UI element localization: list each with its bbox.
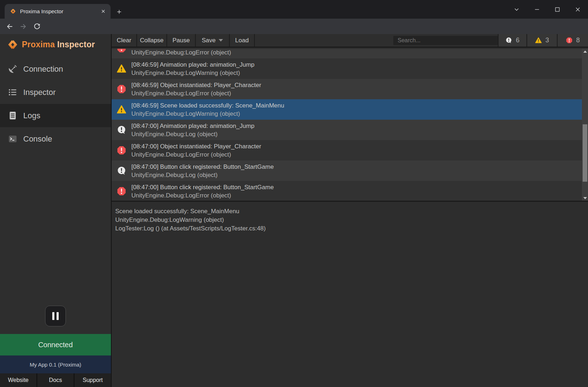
log-row[interactable]: [08:47:00] Button click registered: Butt… xyxy=(112,181,582,201)
sidebar-footer: Website Docs Support xyxy=(0,373,111,387)
scrollbar-thumb[interactable] xyxy=(583,124,587,182)
warning-icon xyxy=(535,37,542,44)
log-row[interactable]: [08:47:00] Animation played: animation_J… xyxy=(112,120,582,140)
log-list: [08:46:59] Scene loaded successfully: Sc… xyxy=(112,49,582,201)
list-icon xyxy=(8,87,18,97)
reload-icon[interactable] xyxy=(30,20,44,33)
document-icon xyxy=(8,111,18,120)
sidebar-item-label: Logs xyxy=(23,111,40,120)
log-row[interactable]: [08:47:00] Object instantiated: Player_C… xyxy=(112,140,582,161)
sidebar-item-connection[interactable]: Connection xyxy=(0,57,111,81)
pause-stream-button[interactable] xyxy=(45,306,66,326)
connection-status: Connected xyxy=(0,334,111,355)
docs-link[interactable]: Docs xyxy=(37,373,74,387)
pause-icon xyxy=(52,312,54,320)
detail-message: Scene loaded successfully: Scene_MainMen… xyxy=(115,207,584,216)
app-logo: Proxima Inspector xyxy=(7,39,95,50)
log-stack: UnityEngine.Debug:Log (object) xyxy=(131,171,274,179)
scroll-up-icon[interactable] xyxy=(582,49,588,54)
back-icon[interactable] xyxy=(3,20,16,33)
collapse-button[interactable]: Collapse xyxy=(137,34,167,47)
error-icon xyxy=(117,49,126,53)
log-row[interactable]: [08:46:59] Object instantiated: Player_C… xyxy=(112,79,582,99)
log-message: [08:46:59] Scene loaded successfully: Sc… xyxy=(131,101,284,110)
proxima-logo-icon xyxy=(7,39,18,50)
close-window-icon[interactable] xyxy=(568,0,588,19)
error-icon xyxy=(117,84,126,94)
error-count: 8 xyxy=(576,37,580,44)
app-info: My App 0.1 (Proxima) xyxy=(0,355,111,373)
sidebar-item-label: Console xyxy=(23,134,52,144)
info-count-filter[interactable]: 6 xyxy=(498,34,526,47)
terminal-icon xyxy=(8,134,18,144)
log-message: [08:47:00] Button click registered: Butt… xyxy=(131,163,274,171)
log-toolbar: Clear Collapse Pause Save Load 6 xyxy=(112,34,588,48)
log-stack: UnityEngine.Debug:LogError (object) xyxy=(131,49,284,57)
satellite-icon xyxy=(8,64,18,74)
website-link[interactable]: Website xyxy=(0,373,37,387)
log-stack: UnityEngine.Debug:LogWarning (object) xyxy=(131,110,284,118)
sidebar-item-console[interactable]: Console xyxy=(0,127,111,150)
error-icon xyxy=(566,37,573,44)
info-icon xyxy=(117,125,126,135)
sidebar-nav: Connection Inspector Logs xyxy=(0,57,111,150)
sidebar: Proxima Inspector Connection xyxy=(0,34,111,387)
warning-count: 3 xyxy=(545,37,549,44)
sidebar-item-label: Inspector xyxy=(23,88,56,97)
scroll-down-icon[interactable] xyxy=(582,195,588,201)
browser-toolbar: Not secure https://10.0.0.216:7759/logs xyxy=(0,19,588,34)
clear-button[interactable]: Clear xyxy=(112,34,137,47)
log-stack: UnityEngine.Debug:LogWarning (object) xyxy=(131,69,254,77)
search-input[interactable] xyxy=(393,36,498,45)
detail-source: LogTester:Log () (at Assets/TestScripts/… xyxy=(115,224,584,233)
maximize-icon[interactable] xyxy=(547,0,568,19)
log-message: [08:46:59] Object instantiated: Player_C… xyxy=(131,81,261,89)
pause-button[interactable]: Pause xyxy=(167,34,196,47)
tab-title: Proxima Inspector xyxy=(20,8,99,14)
forward-icon[interactable] xyxy=(16,20,30,33)
proxima-favicon-icon xyxy=(10,8,16,14)
log-scrollbar[interactable] xyxy=(582,49,588,201)
minimize-icon[interactable] xyxy=(527,0,547,19)
new-tab-icon[interactable] xyxy=(114,6,125,17)
save-dropdown-icon[interactable] xyxy=(219,39,223,42)
warning-count-filter[interactable]: 3 xyxy=(526,34,557,47)
log-row[interactable]: [08:47:00] Button click registered: Butt… xyxy=(112,161,582,181)
log-stack: UnityEngine.Debug:LogError (object) xyxy=(131,191,274,200)
save-button[interactable]: Save xyxy=(196,34,230,47)
log-row[interactable]: [08:46:59] Scene loaded successfully: Sc… xyxy=(112,99,582,120)
load-button[interactable]: Load xyxy=(230,34,255,47)
info-icon xyxy=(505,37,512,44)
error-count-filter[interactable]: 8 xyxy=(557,34,588,47)
log-message: [08:46:59] Animation played: animation_J… xyxy=(131,61,254,69)
main-panel: Clear Collapse Pause Save Load 6 xyxy=(111,34,588,387)
log-stack: UnityEngine.Debug:Log (object) xyxy=(131,130,254,138)
warning-icon xyxy=(117,64,126,73)
log-message: [08:47:00] Object instantiated: Player_C… xyxy=(131,142,261,150)
sidebar-item-label: Connection xyxy=(23,64,63,74)
tab-search-chevron-icon[interactable] xyxy=(506,0,527,19)
support-link[interactable]: Support xyxy=(74,373,111,387)
tab-close-icon[interactable] xyxy=(99,8,107,15)
browser-titlebar: Proxima Inspector xyxy=(0,0,588,19)
info-count: 6 xyxy=(516,37,519,44)
browser-tab[interactable]: Proxima Inspector xyxy=(5,4,111,19)
error-icon xyxy=(117,145,126,155)
sidebar-item-inspector[interactable]: Inspector xyxy=(0,81,111,104)
log-row[interactable]: [08:46:59] Animation played: animation_J… xyxy=(112,58,582,79)
detail-stack: UnityEngine.Debug:LogWarning (object) xyxy=(115,216,584,224)
window-controls xyxy=(506,0,588,19)
warning-icon xyxy=(117,105,126,114)
log-message: [08:47:00] Animation played: animation_J… xyxy=(131,122,254,130)
log-row[interactable]: [08:46:59] Scene loaded successfully: Sc… xyxy=(112,49,582,58)
error-icon xyxy=(117,186,126,196)
sidebar-item-logs[interactable]: Logs xyxy=(0,104,111,127)
log-details-pane: Scene loaded successfully: Scene_MainMen… xyxy=(112,201,588,387)
log-stack: UnityEngine.Debug:LogError (object) xyxy=(131,150,261,159)
log-stack: UnityEngine.Debug:LogError (object) xyxy=(131,89,261,97)
info-icon xyxy=(117,166,126,176)
log-message: [08:47:00] Button click registered: Butt… xyxy=(131,183,274,191)
app-title: Proxima Inspector xyxy=(22,40,95,49)
